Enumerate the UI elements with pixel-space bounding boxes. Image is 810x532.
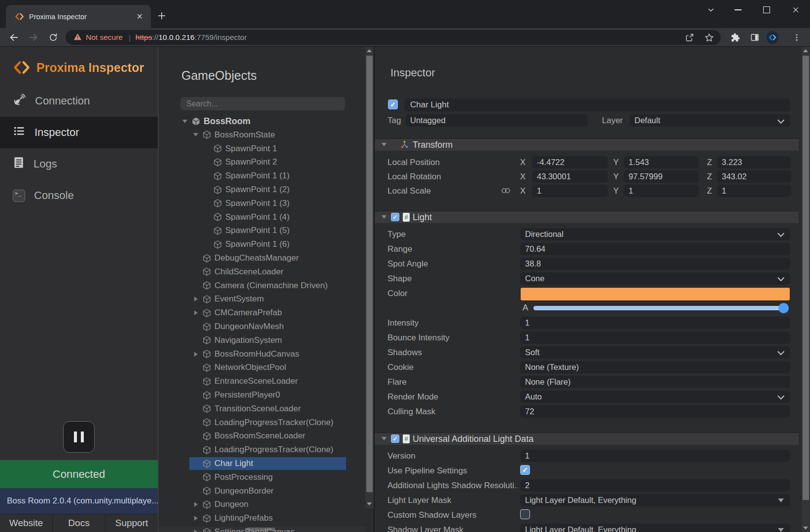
scroll-up-icon[interactable] xyxy=(803,49,808,52)
cookie-field[interactable]: None (Texture) xyxy=(520,361,790,373)
expand-arrow-right-icon[interactable] xyxy=(192,351,199,358)
tree-scrollbar[interactable] xyxy=(365,47,374,508)
tree-item-transitionsceneloader[interactable]: TransitionSceneLoader xyxy=(159,402,365,416)
link-scale-icon[interactable] xyxy=(501,187,511,196)
light-section-header[interactable]: ✓ # Light xyxy=(375,211,799,223)
use-pipeline-settings-checkbox[interactable]: ✓ xyxy=(520,465,530,475)
light-color-swatch[interactable] xyxy=(520,287,790,301)
alpha-slider[interactable] xyxy=(533,306,787,310)
local-position-x-field[interactable]: -4.4722 xyxy=(532,156,608,168)
additional-lights-shadow-resoluti-field[interactable]: 2 xyxy=(520,479,790,492)
share-icon[interactable] xyxy=(683,32,695,43)
reload-button[interactable] xyxy=(47,32,59,43)
expand-arrow-right-icon[interactable] xyxy=(192,501,199,508)
tree-item-spawnpoint-1[interactable]: SpawnPoint 1 xyxy=(159,142,365,156)
tree-item-bossroomstate[interactable]: BossRoomState xyxy=(159,128,365,142)
local-position-z-field[interactable]: 3.223 xyxy=(717,156,791,168)
local-scale-x-field[interactable]: 1 xyxy=(532,185,608,197)
scroll-up-icon[interactable] xyxy=(367,49,372,52)
tree-item-eventsystem[interactable]: EventSystem xyxy=(159,292,365,306)
docs-link[interactable]: Docs xyxy=(52,514,105,532)
slider-thumb[interactable] xyxy=(778,303,789,313)
tree-item-spawnpoint-1-5[interactable]: SpawnPoint 1 (5) xyxy=(159,224,365,237)
local-rotation-z-field[interactable]: 343.02 xyxy=(717,170,791,183)
tree-item-entrancesceneloader[interactable]: EntranceSceneLoader xyxy=(159,374,365,388)
tree-item-debugcheatsmanager[interactable]: DebugCheatsManager xyxy=(159,251,365,265)
tab-close-icon[interactable]: ✕ xyxy=(134,11,146,22)
tree-item-settingspanelcanvas[interactable]: SettingsPanelCanvas xyxy=(159,525,365,532)
culling-mask-field[interactable]: 72 xyxy=(520,405,790,418)
browser-tab[interactable]: Proxima Inspector ✕ xyxy=(6,5,151,28)
expand-arrow-down-icon[interactable] xyxy=(192,132,199,138)
tree-item-loadingprogresstracker-clone[interactable]: LoadingProgressTracker(Clone) xyxy=(159,416,365,430)
flare-field[interactable]: None (Flare) xyxy=(520,376,790,388)
back-button[interactable] xyxy=(8,32,20,43)
forward-button[interactable] xyxy=(28,32,39,43)
window-close-button[interactable] xyxy=(789,4,803,16)
local-rotation-x-field[interactable]: 43.30001 xyxy=(532,170,608,183)
window-maximize-button[interactable] xyxy=(760,4,774,16)
collapse-arrow-icon[interactable] xyxy=(382,437,387,440)
sidebar-item-console[interactable]: >_ Console xyxy=(0,180,158,211)
tree-item-dungeonnavmesh[interactable]: DungeonNavMesh xyxy=(159,320,365,333)
expand-arrow-down-icon[interactable] xyxy=(181,118,188,125)
collapse-arrow-icon[interactable] xyxy=(382,215,387,219)
local-rotation-y-field[interactable]: 97.57999 xyxy=(624,170,699,183)
version-field[interactable]: 1 xyxy=(520,450,790,462)
gameobject-name-field[interactable]: Char Light xyxy=(404,99,790,111)
inspector-scrollbar[interactable] xyxy=(802,47,810,532)
tree-item-networkobjectpool[interactable]: NetworkObjectPool xyxy=(159,361,365,374)
spot-angle-field[interactable]: 38.8 xyxy=(520,258,790,270)
layer-dropdown[interactable]: Default xyxy=(630,114,790,127)
scroll-down-icon[interactable] xyxy=(367,502,372,505)
gameobject-enabled-checkbox[interactable]: ✓ xyxy=(388,100,398,109)
tree-item-cmcameraprefab[interactable]: CMCameraPrefab xyxy=(159,306,365,320)
proxima-extension-icon[interactable] xyxy=(767,32,778,43)
universal-additional-light-data-section-header[interactable]: ✓ # Universal Additional Light Data xyxy=(375,432,799,445)
expand-arrow-right-icon[interactable] xyxy=(192,529,199,532)
tree-item-spawnpoint-1-1[interactable]: SpawnPoint 1 (1) xyxy=(159,169,365,183)
local-position-y-field[interactable]: 1.543 xyxy=(624,156,699,168)
browser-menu-icon[interactable] xyxy=(791,32,803,43)
tree-item-navigationsystem[interactable]: NavigationSystem xyxy=(159,333,365,347)
component-enabled-checkbox[interactable]: ✓ xyxy=(391,213,399,221)
sidebar-item-connection[interactable]: Connection xyxy=(0,85,158,117)
tree-item-persistentplayer0[interactable]: PersistentPlayer0 xyxy=(159,388,365,402)
address-bar[interactable]: Not secure | https :// 10.0.0.216 :7759/… xyxy=(66,30,721,45)
sidebar-item-inspector[interactable]: Inspector xyxy=(0,117,158,148)
light-layer-mask-dropdown[interactable]: Light Layer Default, Everything xyxy=(520,494,790,506)
type-dropdown[interactable]: Directional xyxy=(520,228,790,240)
transform-section-header[interactable]: Transform xyxy=(375,138,799,151)
tree-item-spawnpoint-1-2[interactable]: SpawnPoint 1 (2) xyxy=(159,183,365,197)
not-secure-label[interactable]: Not secure xyxy=(86,33,123,42)
expand-arrow-right-icon[interactable] xyxy=(192,515,199,522)
shadow-layer-mask-dropdown[interactable]: Light Layer Default, Everything xyxy=(520,524,790,532)
website-link[interactable]: Website xyxy=(0,514,52,532)
tree-item-spawnpoint-1-4[interactable]: SpawnPoint 1 (4) xyxy=(159,210,365,224)
tree-item-spawnpoint-1-6[interactable]: SpawnPoint 1 (6) xyxy=(159,237,365,251)
new-tab-button[interactable] xyxy=(157,11,167,23)
scroll-down-icon[interactable] xyxy=(803,527,808,530)
tag-field[interactable]: Untagged xyxy=(405,114,588,127)
tree-item-bossroomsceneloader[interactable]: BossRoomSceneLoader xyxy=(159,429,365,443)
custom-shadow-layers-checkbox[interactable] xyxy=(520,509,530,519)
bookmark-star-icon[interactable] xyxy=(703,32,715,43)
expand-arrow-right-icon[interactable] xyxy=(192,309,199,316)
tree-item-camera-cinemachine-driven[interactable]: Camera (Cinemachine Driven) xyxy=(159,279,365,293)
tree-item-bossroom[interactable]: BossRoom xyxy=(159,114,365,128)
component-enabled-checkbox[interactable]: ✓ xyxy=(391,434,399,443)
window-minimize-button[interactable] xyxy=(731,4,745,16)
local-scale-y-field[interactable]: 1 xyxy=(624,185,699,197)
tree-item-childsceneloader[interactable]: ChildSceneLoader xyxy=(159,265,365,279)
tree-item-spawnpoint-1-3[interactable]: SpawnPoint 1 (3) xyxy=(159,197,365,210)
tree-item-loadingprogresstracker-clone[interactable]: LoadingProgressTracker(Clone) xyxy=(159,443,365,457)
shadows-dropdown[interactable]: Soft xyxy=(520,346,790,359)
tab-search-chevron-icon[interactable] xyxy=(704,4,718,16)
range-field[interactable]: 70.64 xyxy=(520,243,790,255)
expand-arrow-right-icon[interactable] xyxy=(192,296,199,302)
sidebar-item-logs[interactable]: Logs xyxy=(0,148,158,180)
local-scale-z-field[interactable]: 1 xyxy=(717,185,791,197)
tree-item-spawnpoint-2[interactable]: SpawnPoint 2 xyxy=(159,155,365,169)
side-panel-icon[interactable] xyxy=(749,32,761,43)
extensions-puzzle-icon[interactable] xyxy=(729,32,741,43)
